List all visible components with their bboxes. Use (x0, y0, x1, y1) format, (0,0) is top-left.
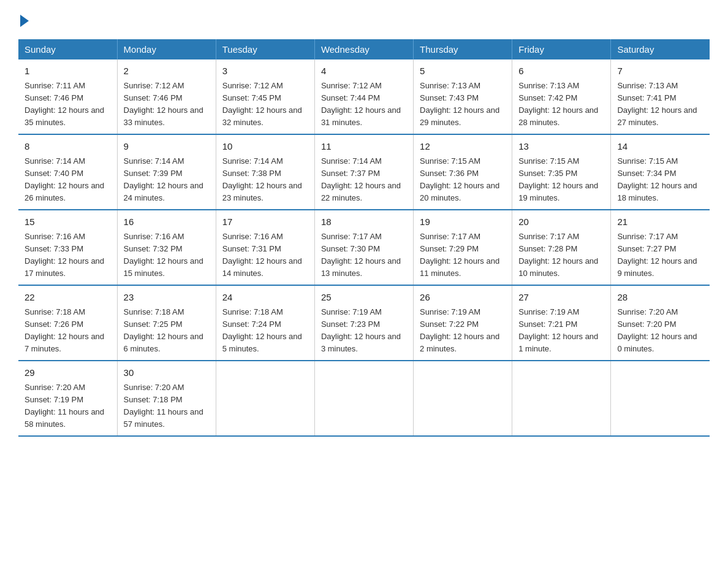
calendar-cell: 22Sunrise: 7:18 AMSunset: 7:26 PMDayligh… (18, 285, 117, 361)
day-info: Sunrise: 7:13 AMSunset: 7:43 PMDaylight:… (420, 81, 499, 127)
day-number: 26 (420, 291, 506, 305)
calendar-cell: 10Sunrise: 7:14 AMSunset: 7:38 PMDayligh… (216, 134, 314, 210)
calendar-cell: 20Sunrise: 7:17 AMSunset: 7:28 PMDayligh… (512, 210, 611, 285)
day-number: 19 (420, 215, 506, 229)
calendar-cell: 21Sunrise: 7:17 AMSunset: 7:27 PMDayligh… (611, 210, 710, 285)
day-info: Sunrise: 7:20 AMSunset: 7:18 PMDaylight:… (124, 383, 203, 429)
week-row: 8Sunrise: 7:14 AMSunset: 7:40 PMDaylight… (18, 134, 710, 210)
day-info: Sunrise: 7:16 AMSunset: 7:32 PMDaylight:… (124, 232, 203, 278)
day-info: Sunrise: 7:12 AMSunset: 7:44 PMDaylight:… (321, 81, 401, 127)
day-info: Sunrise: 7:13 AMSunset: 7:41 PMDaylight:… (617, 81, 697, 127)
col-saturday: Saturday (611, 39, 710, 59)
day-info: Sunrise: 7:14 AMSunset: 7:38 PMDaylight:… (222, 156, 302, 202)
day-number: 28 (617, 291, 703, 305)
calendar-cell: 23Sunrise: 7:18 AMSunset: 7:25 PMDayligh… (117, 285, 216, 361)
calendar-cell: 8Sunrise: 7:14 AMSunset: 7:40 PMDaylight… (18, 134, 117, 210)
calendar-cell (314, 361, 413, 436)
day-info: Sunrise: 7:18 AMSunset: 7:24 PMDaylight:… (222, 307, 302, 353)
calendar-cell: 28Sunrise: 7:20 AMSunset: 7:20 PMDayligh… (611, 285, 710, 361)
calendar-cell: 14Sunrise: 7:15 AMSunset: 7:34 PMDayligh… (611, 134, 710, 210)
col-sunday: Sunday (18, 39, 117, 59)
day-info: Sunrise: 7:16 AMSunset: 7:33 PMDaylight:… (25, 232, 104, 278)
week-row: 1Sunrise: 7:11 AMSunset: 7:46 PMDaylight… (18, 59, 710, 134)
calendar-cell (611, 361, 710, 436)
day-info: Sunrise: 7:17 AMSunset: 7:29 PMDaylight:… (420, 232, 499, 278)
col-monday: Monday (117, 39, 216, 59)
calendar-cell: 17Sunrise: 7:16 AMSunset: 7:31 PMDayligh… (216, 210, 314, 285)
day-number: 24 (222, 291, 308, 305)
day-number: 13 (518, 140, 604, 154)
day-number: 12 (420, 140, 506, 154)
logo (18, 12, 29, 27)
day-info: Sunrise: 7:12 AMSunset: 7:45 PMDaylight:… (222, 81, 302, 127)
header-row: Sunday Monday Tuesday Wednesday Thursday… (18, 39, 710, 59)
week-row: 22Sunrise: 7:18 AMSunset: 7:26 PMDayligh… (18, 285, 710, 361)
col-friday: Friday (512, 39, 611, 59)
day-number: 15 (25, 215, 111, 229)
day-info: Sunrise: 7:17 AMSunset: 7:30 PMDaylight:… (321, 232, 401, 278)
day-number: 9 (124, 140, 210, 154)
day-number: 27 (518, 291, 604, 305)
day-info: Sunrise: 7:12 AMSunset: 7:46 PMDaylight:… (124, 81, 203, 127)
day-number: 8 (25, 140, 111, 154)
day-info: Sunrise: 7:11 AMSunset: 7:46 PMDaylight:… (25, 81, 104, 127)
col-wednesday: Wednesday (314, 39, 413, 59)
calendar-cell: 26Sunrise: 7:19 AMSunset: 7:22 PMDayligh… (414, 285, 512, 361)
day-info: Sunrise: 7:19 AMSunset: 7:22 PMDaylight:… (420, 307, 499, 353)
week-row: 15Sunrise: 7:16 AMSunset: 7:33 PMDayligh… (18, 210, 710, 285)
day-info: Sunrise: 7:14 AMSunset: 7:40 PMDaylight:… (25, 156, 104, 202)
day-number: 14 (617, 140, 703, 154)
calendar-table: Sunday Monday Tuesday Wednesday Thursday… (18, 39, 710, 437)
day-info: Sunrise: 7:20 AMSunset: 7:19 PMDaylight:… (25, 383, 104, 429)
day-info: Sunrise: 7:16 AMSunset: 7:31 PMDaylight:… (222, 232, 302, 278)
day-number: 30 (124, 366, 210, 380)
day-number: 20 (518, 215, 604, 229)
calendar-cell: 19Sunrise: 7:17 AMSunset: 7:29 PMDayligh… (414, 210, 512, 285)
calendar-cell: 4Sunrise: 7:12 AMSunset: 7:44 PMDaylight… (314, 59, 413, 134)
calendar-cell: 25Sunrise: 7:19 AMSunset: 7:23 PMDayligh… (314, 285, 413, 361)
day-number: 11 (321, 140, 407, 154)
calendar-cell: 29Sunrise: 7:20 AMSunset: 7:19 PMDayligh… (18, 361, 117, 436)
calendar-cell: 5Sunrise: 7:13 AMSunset: 7:43 PMDaylight… (414, 59, 512, 134)
day-number: 21 (617, 215, 703, 229)
week-row: 29Sunrise: 7:20 AMSunset: 7:19 PMDayligh… (18, 361, 710, 436)
col-tuesday: Tuesday (216, 39, 314, 59)
day-number: 7 (617, 64, 703, 79)
header (18, 12, 710, 27)
day-number: 29 (25, 366, 111, 380)
day-info: Sunrise: 7:13 AMSunset: 7:42 PMDaylight:… (518, 81, 598, 127)
calendar-cell: 11Sunrise: 7:14 AMSunset: 7:37 PMDayligh… (314, 134, 413, 210)
calendar-cell: 2Sunrise: 7:12 AMSunset: 7:46 PMDaylight… (117, 59, 216, 134)
day-info: Sunrise: 7:14 AMSunset: 7:37 PMDaylight:… (321, 156, 401, 202)
calendar-cell: 16Sunrise: 7:16 AMSunset: 7:32 PMDayligh… (117, 210, 216, 285)
day-info: Sunrise: 7:19 AMSunset: 7:23 PMDaylight:… (321, 307, 401, 353)
calendar-cell: 1Sunrise: 7:11 AMSunset: 7:46 PMDaylight… (18, 59, 117, 134)
calendar-cell: 6Sunrise: 7:13 AMSunset: 7:42 PMDaylight… (512, 59, 611, 134)
day-info: Sunrise: 7:20 AMSunset: 7:20 PMDaylight:… (617, 307, 697, 353)
day-number: 2 (124, 64, 210, 79)
day-info: Sunrise: 7:14 AMSunset: 7:39 PMDaylight:… (124, 156, 203, 202)
calendar-cell: 18Sunrise: 7:17 AMSunset: 7:30 PMDayligh… (314, 210, 413, 285)
day-number: 18 (321, 215, 407, 229)
calendar-cell: 13Sunrise: 7:15 AMSunset: 7:35 PMDayligh… (512, 134, 611, 210)
calendar-cell: 3Sunrise: 7:12 AMSunset: 7:45 PMDaylight… (216, 59, 314, 134)
day-info: Sunrise: 7:19 AMSunset: 7:21 PMDaylight:… (518, 307, 598, 353)
day-info: Sunrise: 7:15 AMSunset: 7:35 PMDaylight:… (518, 156, 598, 202)
calendar-cell: 9Sunrise: 7:14 AMSunset: 7:39 PMDaylight… (117, 134, 216, 210)
day-number: 5 (420, 64, 506, 79)
day-number: 3 (222, 64, 308, 79)
day-info: Sunrise: 7:15 AMSunset: 7:36 PMDaylight:… (420, 156, 499, 202)
day-info: Sunrise: 7:17 AMSunset: 7:28 PMDaylight:… (518, 232, 598, 278)
day-info: Sunrise: 7:18 AMSunset: 7:25 PMDaylight:… (124, 307, 203, 353)
calendar-cell: 30Sunrise: 7:20 AMSunset: 7:18 PMDayligh… (117, 361, 216, 436)
logo-arrow-icon (20, 15, 29, 27)
calendar-cell: 7Sunrise: 7:13 AMSunset: 7:41 PMDaylight… (611, 59, 710, 134)
day-number: 16 (124, 215, 210, 229)
calendar-cell: 15Sunrise: 7:16 AMSunset: 7:33 PMDayligh… (18, 210, 117, 285)
day-number: 25 (321, 291, 407, 305)
calendar-cell: 27Sunrise: 7:19 AMSunset: 7:21 PMDayligh… (512, 285, 611, 361)
calendar-cell (512, 361, 611, 436)
day-number: 22 (25, 291, 111, 305)
day-number: 6 (518, 64, 604, 79)
day-number: 23 (124, 291, 210, 305)
